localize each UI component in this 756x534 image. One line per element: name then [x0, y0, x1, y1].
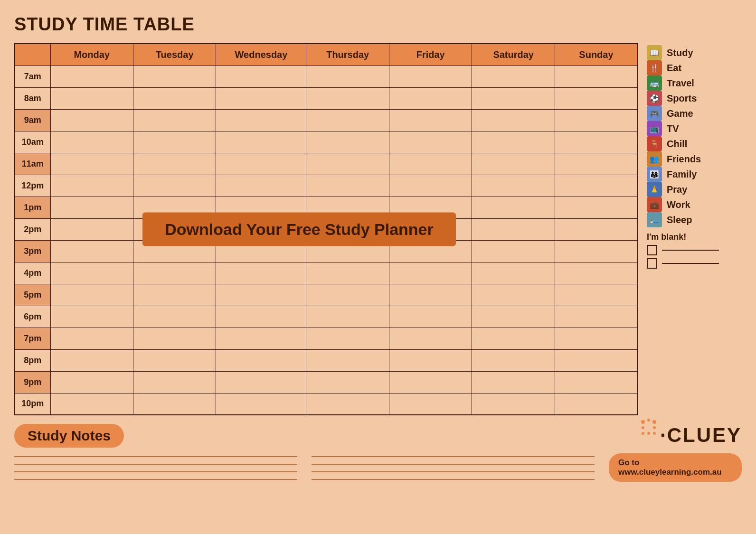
data-cell[interactable]	[216, 349, 306, 371]
data-cell[interactable]	[389, 262, 472, 284]
data-cell[interactable]	[472, 197, 555, 218]
data-cell[interactable]	[50, 240, 133, 262]
data-cell[interactable]	[133, 284, 216, 306]
data-cell[interactable]	[50, 218, 133, 240]
data-cell[interactable]	[555, 197, 638, 218]
data-cell[interactable]	[216, 109, 306, 131]
data-cell[interactable]	[472, 371, 555, 393]
data-cell[interactable]	[133, 371, 216, 393]
data-cell[interactable]	[306, 66, 389, 87]
data-cell[interactable]	[50, 87, 133, 109]
data-cell[interactable]	[555, 284, 638, 306]
data-cell[interactable]	[555, 153, 638, 175]
data-cell[interactable]	[306, 284, 389, 306]
data-cell[interactable]	[50, 284, 133, 306]
data-cell[interactable]	[216, 371, 306, 393]
data-cell[interactable]	[306, 393, 389, 415]
data-cell[interactable]	[50, 349, 133, 371]
data-cell[interactable]	[216, 393, 306, 415]
data-cell[interactable]	[216, 328, 306, 349]
data-cell[interactable]	[50, 262, 133, 284]
data-cell[interactable]	[50, 131, 133, 153]
data-cell[interactable]	[306, 109, 389, 131]
data-cell[interactable]	[306, 87, 389, 109]
data-cell[interactable]	[133, 109, 216, 131]
data-cell[interactable]	[50, 393, 133, 415]
data-cell[interactable]	[555, 306, 638, 328]
data-cell[interactable]	[216, 175, 306, 197]
data-cell[interactable]	[555, 393, 638, 415]
data-cell[interactable]	[389, 284, 472, 306]
cluey-url[interactable]: Go to www.clueylearning.com.au	[609, 453, 742, 482]
data-cell[interactable]	[306, 328, 389, 349]
data-cell[interactable]	[555, 218, 638, 240]
data-cell[interactable]	[133, 153, 216, 175]
data-cell[interactable]	[555, 371, 638, 393]
data-cell[interactable]	[472, 284, 555, 306]
data-cell[interactable]	[389, 109, 472, 131]
data-cell[interactable]	[389, 175, 472, 197]
data-cell[interactable]	[50, 306, 133, 328]
data-cell[interactable]	[216, 131, 306, 153]
data-cell[interactable]	[555, 262, 638, 284]
data-cell[interactable]	[306, 175, 389, 197]
data-cell[interactable]	[555, 175, 638, 197]
data-cell[interactable]	[555, 87, 638, 109]
data-cell[interactable]	[472, 240, 555, 262]
data-cell[interactable]	[50, 66, 133, 87]
data-cell[interactable]	[472, 87, 555, 109]
data-cell[interactable]	[389, 328, 472, 349]
data-cell[interactable]	[472, 262, 555, 284]
data-cell[interactable]	[216, 66, 306, 87]
data-cell[interactable]	[133, 328, 216, 349]
data-cell[interactable]	[50, 197, 133, 218]
data-cell[interactable]	[133, 349, 216, 371]
data-cell[interactable]	[555, 349, 638, 371]
data-cell[interactable]	[306, 306, 389, 328]
data-cell[interactable]	[389, 131, 472, 153]
data-cell[interactable]	[472, 153, 555, 175]
download-banner[interactable]: Download Your Free Study Planner	[142, 213, 456, 246]
data-cell[interactable]	[306, 349, 389, 371]
data-cell[interactable]	[306, 153, 389, 175]
data-cell[interactable]	[389, 371, 472, 393]
data-cell[interactable]	[555, 109, 638, 131]
data-cell[interactable]	[133, 175, 216, 197]
data-cell[interactable]	[306, 371, 389, 393]
data-cell[interactable]	[133, 393, 216, 415]
data-cell[interactable]	[216, 284, 306, 306]
data-cell[interactable]	[472, 218, 555, 240]
data-cell[interactable]	[216, 153, 306, 175]
data-cell[interactable]	[472, 328, 555, 349]
data-cell[interactable]	[472, 109, 555, 131]
data-cell[interactable]	[472, 306, 555, 328]
data-cell[interactable]	[133, 262, 216, 284]
data-cell[interactable]	[389, 306, 472, 328]
data-cell[interactable]	[389, 87, 472, 109]
data-cell[interactable]	[555, 131, 638, 153]
data-cell[interactable]	[472, 393, 555, 415]
data-cell[interactable]	[50, 175, 133, 197]
data-cell[interactable]	[472, 349, 555, 371]
data-cell[interactable]	[389, 349, 472, 371]
data-cell[interactable]	[216, 87, 306, 109]
data-cell[interactable]	[133, 87, 216, 109]
data-cell[interactable]	[50, 109, 133, 131]
blank-checkbox-1[interactable]	[647, 245, 657, 255]
data-cell[interactable]	[472, 66, 555, 87]
data-cell[interactable]	[472, 131, 555, 153]
data-cell[interactable]	[133, 306, 216, 328]
data-cell[interactable]	[389, 66, 472, 87]
data-cell[interactable]	[306, 262, 389, 284]
data-cell[interactable]	[50, 371, 133, 393]
data-cell[interactable]	[472, 175, 555, 197]
data-cell[interactable]	[50, 328, 133, 349]
data-cell[interactable]	[555, 240, 638, 262]
data-cell[interactable]	[306, 131, 389, 153]
data-cell[interactable]	[216, 306, 306, 328]
data-cell[interactable]	[133, 131, 216, 153]
blank-checkbox-2[interactable]	[647, 258, 657, 269]
data-cell[interactable]	[216, 262, 306, 284]
data-cell[interactable]	[555, 66, 638, 87]
data-cell[interactable]	[389, 393, 472, 415]
